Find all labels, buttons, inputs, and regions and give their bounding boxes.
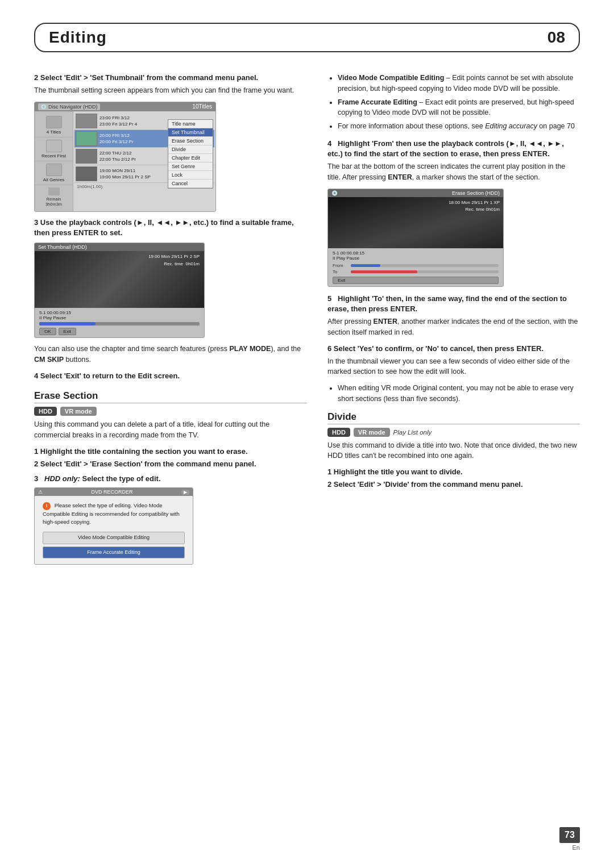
sidebar-item-recent: Recent First <box>35 137 73 161</box>
sidebar-thumb <box>46 116 62 128</box>
badge-label-div: Play List only <box>393 429 432 436</box>
erase-exit-button[interactable]: Exit <box>333 277 499 284</box>
content-columns: 2 Select 'Edit' > 'Set Thumbnail' from t… <box>34 73 580 570</box>
erase-from-to-labels: From To <box>333 263 499 274</box>
erase-body: Using this command you can delete a part… <box>34 419 307 441</box>
erase-section-screen: 💿 Erase Section (HDD) 18:00 Mon 29/11 Pr… <box>327 189 504 287</box>
dvd-recorder-screen: ⚠ DVD RECORDER ▶ ! Please select the typ… <box>34 487 193 565</box>
chapter-number: 08 <box>547 28 565 47</box>
sidebar-item-4titles: 4 Titles <box>35 114 73 137</box>
page-number: 73 <box>559 827 580 843</box>
editing-accuracy-link: Editing accuracy <box>485 122 537 130</box>
menu-item-setthumbnail[interactable]: Set Thumbnail <box>168 128 213 137</box>
step6-heading: 6 Select 'Yes' to confirm, or 'No' to ca… <box>327 344 580 354</box>
erase-sec-logo: 💿 <box>331 190 338 196</box>
from-fill <box>351 264 380 267</box>
menu-item-lock[interactable]: Lock <box>168 171 213 180</box>
dvd-rec-icon: ⚠ <box>38 489 43 495</box>
to-row: To <box>333 269 499 274</box>
disc-icon: 💿 <box>40 104 47 110</box>
option-frame-accurate[interactable]: Frame Accurate Editing <box>43 546 185 559</box>
erase-sec-video: 18:00 Mon 29/11 Pr 1 XP Rec. time 0h01m <box>328 197 503 248</box>
menu-item-chapteredit[interactable]: Chapter Edit <box>168 154 213 162</box>
menu-item-divide[interactable]: Divide <box>168 145 213 154</box>
right-column: Video Mode Compatible Editing – Edit poi… <box>327 73 580 570</box>
sidebar-item-allgenres: All Genres <box>35 161 73 185</box>
page-header: Editing 08 <box>34 23 580 52</box>
to-fill <box>351 270 417 273</box>
thumb-buttons: OK Exit <box>39 328 200 335</box>
page-title: Editing <box>49 28 107 47</box>
option-video-mode[interactable]: Video Mode Compatible Editing <box>43 532 185 544</box>
left-column: 2 Select 'Edit' > 'Set Thumbnail' from t… <box>34 73 307 570</box>
erase-step2-heading: 2 Select 'Edit' > 'Erase Section' from t… <box>34 459 307 469</box>
set-thumb-controls: 5-1 00:00.09:15 II Play Pause OK Exit <box>35 308 204 337</box>
bullet-list-vr: When editing VR mode Original content, y… <box>338 383 580 404</box>
erase-play-pause: II Play Pause <box>333 256 499 261</box>
bullet-item-more-info: For more information about these options… <box>338 121 580 132</box>
bullet-bold-1: Video Mode Compatible Editing <box>338 74 444 82</box>
set-thumb-title: Set Thumbnail (HDD) <box>38 244 87 250</box>
step4-right-heading: 4 Highlight 'From' then use the playback… <box>327 139 580 159</box>
dvd-rec-logo: ▶ <box>181 490 189 495</box>
divide-body: Use this command to divide a title into … <box>327 440 580 462</box>
set-thumb-info: 19:00 Mon 29/11 Pr 2 SP Rec. time 0h01m <box>148 253 200 268</box>
disc-nav-sidebar: 4 Titles Recent First All Genres Re <box>35 111 73 211</box>
divide-badges: HDD VR mode Play List only <box>327 428 580 437</box>
from-label: From <box>333 263 349 268</box>
badge-vr: VR mode <box>60 407 97 416</box>
erase-sec-info: 18:00 Mon 29/11 Pr 1 XP Rec. time 0h01m <box>449 199 500 214</box>
sidebar-thumb <box>46 164 62 176</box>
remain-icon <box>48 187 60 195</box>
erase-step1-heading: 1 Highlight the title containing the sec… <box>34 446 307 457</box>
divide-step1-heading: 1 Highlight the title you want to divide… <box>327 467 580 477</box>
erase-section-heading: Erase Section <box>34 390 307 403</box>
step2-body: The thumbnail setting screen appears fro… <box>34 85 307 96</box>
row-thumb <box>76 166 97 181</box>
erase-step3-heading: 3 HDD only: Select the type of edit. <box>34 474 307 484</box>
menu-item-cancel[interactable]: Cancel <box>168 180 213 188</box>
menu-item-erasesection[interactable]: Erase Section <box>168 137 213 145</box>
row-thumb <box>76 131 97 146</box>
bullet-list-top: Video Mode Compatible Editing – Edit poi… <box>338 73 580 132</box>
from-row: From <box>333 263 499 268</box>
badge-hdd: HDD <box>34 407 57 416</box>
bullet-bold-2: Frame Accurate Editing <box>338 98 417 106</box>
erase-rec-time: Rec. time 0h01m <box>449 206 500 214</box>
ok-button[interactable]: OK <box>39 328 56 335</box>
bullet-vr: When editing VR mode Original content, y… <box>338 383 580 404</box>
dvd-rec-body: ! Please select the type of editing. Vid… <box>35 496 193 564</box>
menu-item-titlename[interactable]: Title name <box>168 120 213 128</box>
erase-sec-title: Erase Section (HDD) <box>452 190 500 196</box>
sidebar-thumb <box>46 140 62 152</box>
rec-time-label: Rec. time 0h01m <box>148 261 200 268</box>
to-progress-bar <box>351 270 499 273</box>
disc-nav-count: 10Titles <box>192 103 212 110</box>
step2-heading: 2 Select 'Edit' > 'Set Thumbnail' from t… <box>34 73 307 83</box>
disc-nav-body: 4 Titles Recent First All Genres Re <box>35 111 215 211</box>
dvd-rec-title: DVD RECORDER <box>91 489 132 495</box>
menu-item-setgenre[interactable]: Set Genre <box>168 162 213 171</box>
step4-note: You can also use the chapter and time se… <box>34 344 307 365</box>
set-thumb-titlebar: Set Thumbnail (HDD) <box>35 243 204 251</box>
step4-right-body: The bar at the bottom of the screen indi… <box>327 161 580 183</box>
erase-sec-titlebar: 💿 Erase Section (HDD) <box>328 189 503 197</box>
remain-label: Remain3h0m3m <box>35 185 73 209</box>
disc-navigator-screen: 💿 Disc Navigator (HDD) 10Titles 4 Titles <box>34 102 216 212</box>
to-label: To <box>333 269 349 274</box>
dvd-rec-options: Video Mode Compatible Editing Frame Accu… <box>43 532 185 558</box>
exit-button[interactable]: Exit <box>59 328 76 335</box>
warn-icon: ! <box>43 502 51 510</box>
sidebar-label: Recent First <box>42 153 66 158</box>
step5-heading: 5 Highlight 'To' then, in the same way, … <box>327 294 580 314</box>
row-thumb <box>76 114 97 128</box>
step4-heading: 4 Select 'Exit' to return to the Edit sc… <box>34 371 307 381</box>
time-info: 19:00 Mon 29/11 Pr 2 SP <box>148 253 200 261</box>
divide-section-heading: Divide <box>327 411 580 424</box>
divide-step2-heading: 2 Select 'Edit' > 'Divide' from the comm… <box>327 479 580 490</box>
set-thumb-video: 19:00 Mon 29/11 Pr 2 SP Rec. time 0h01m <box>35 251 204 308</box>
play-pause-info: II Play Pause <box>39 315 200 320</box>
set-thumbnail-screen: Set Thumbnail (HDD) 19:00 Mon 29/11 Pr 2… <box>34 243 205 338</box>
position-info: 5-1 00:00.09:15 <box>39 310 200 315</box>
sidebar-label: 4 Titles <box>47 130 61 135</box>
